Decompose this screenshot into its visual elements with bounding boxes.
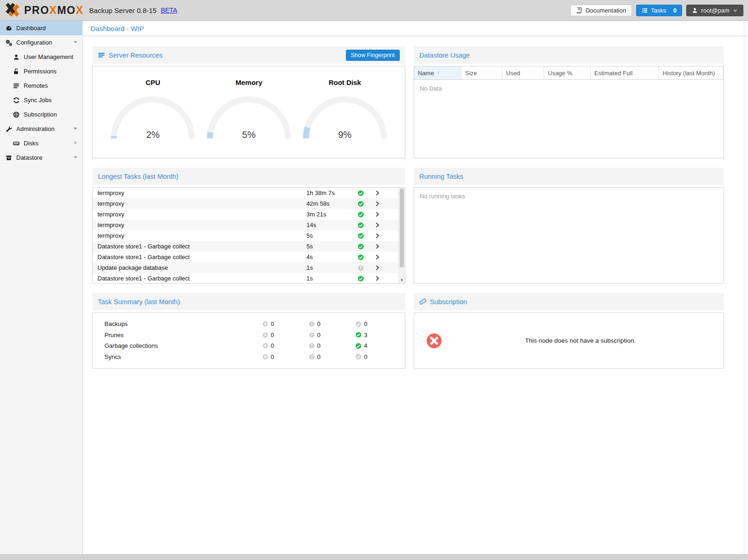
task-row[interactable]: Datastore store1 - Garbage collect 4s <box>93 252 405 262</box>
error-count-icon <box>262 332 268 338</box>
sidebar-item-sync-jobs[interactable]: Sync Jobs <box>0 93 82 107</box>
server-resources-body: CPU 2% Memory 5% Root Disk <box>92 66 405 158</box>
task-name: termproxy <box>98 211 306 218</box>
summary-row-prunes: Prunes 0 0 3 <box>93 330 405 341</box>
task-row[interactable]: termproxy 1h 38m 7s <box>93 188 405 198</box>
sidebar-item-remotes[interactable]: Remotes <box>0 78 82 93</box>
wrench-icon <box>5 126 13 132</box>
summary-label: Garbage collections <box>104 342 262 349</box>
gauge-percent-value: 2% <box>109 130 197 140</box>
documentation-button[interactable]: Documentation <box>570 5 631 16</box>
unlock-icon <box>12 68 20 75</box>
task-name: Datastore store1 - Garbage collect <box>98 275 306 282</box>
caret-down-icon <box>73 154 78 161</box>
task-row[interactable]: Datastore store1 - Garbage collect 1s <box>93 273 405 284</box>
task-name: termproxy <box>98 232 306 239</box>
sidebar-item-subscription[interactable]: Subscription <box>0 107 82 122</box>
sidebar-item-administration[interactable]: Administration <box>0 122 82 136</box>
tasks-label: Tasks <box>651 7 666 14</box>
task-name: termproxy <box>98 189 306 196</box>
bottom-strip <box>0 554 748 560</box>
open-task-chevron-icon <box>374 275 387 281</box>
column-header-estimated-full[interactable]: Estimated Full <box>591 66 659 79</box>
user-label: root@pam <box>701 7 729 14</box>
scrollbar-down-arrow[interactable]: ▼ <box>399 277 405 283</box>
sidebar-item-disks[interactable]: Disks <box>0 136 82 150</box>
error-count-icon <box>262 321 268 327</box>
running-tasks-empty-text: No running tasks <box>414 188 723 205</box>
ok-count-icon <box>355 353 362 360</box>
warning-count-icon <box>309 343 315 349</box>
task-summary-title: Task Summary (last Month) <box>98 298 180 306</box>
warning-count: 0 <box>317 332 320 339</box>
summary-label: Syncs <box>104 353 262 360</box>
summary-error-cell: 0 <box>262 332 309 339</box>
gauge-memory: Memory 5% <box>201 66 297 141</box>
user-menu-button[interactable]: root@pam <box>686 5 743 16</box>
sidebar-item-configuration[interactable]: Configuration <box>0 35 82 50</box>
beta-link[interactable]: BETA <box>161 7 177 14</box>
open-task-chevron-icon <box>374 201 387 207</box>
status-ok-icon <box>358 211 374 218</box>
user-icon <box>12 54 20 60</box>
task-list-icon <box>642 7 648 13</box>
warning-count: 0 <box>317 320 320 327</box>
sidebar-item-dashboard[interactable]: Dashboard <box>0 21 82 35</box>
column-header-name[interactable]: Name↑ <box>414 66 462 79</box>
error-count: 0 <box>271 320 274 327</box>
task-row[interactable]: termproxy 42m 58s <box>93 198 405 209</box>
summary-warning-cell: 0 <box>309 320 355 327</box>
task-row[interactable]: termproxy 3m 21s <box>93 209 405 220</box>
ok-count: 4 <box>364 342 367 349</box>
summary-ok-cell: 0 <box>355 353 402 360</box>
column-header-usage[interactable]: Usage % <box>544 66 591 79</box>
server-resources-panel: Server Resources Show Fingerprint CPU 2%… <box>92 46 405 158</box>
sidebar-item-label: Administration <box>16 125 54 132</box>
content-right-divider <box>744 21 744 554</box>
caret-down-icon <box>73 125 78 132</box>
gauge-percent-value: 5% <box>205 130 293 140</box>
server-resources-header: Server Resources Show Fingerprint <box>92 46 405 64</box>
sidebar-item-datastore[interactable]: Datastore <box>0 150 82 165</box>
datastore-icon <box>5 155 13 161</box>
running-tasks-panel: Running Tasks No running tasks <box>414 168 724 284</box>
page-title: Dashboard - WIP <box>83 21 748 36</box>
sidebar-item-user-management[interactable]: User Management <box>0 50 82 64</box>
task-duration: 1s <box>306 264 358 271</box>
scrollbar-thumb[interactable] <box>400 189 404 267</box>
summary-warning-cell: 0 <box>309 342 355 349</box>
task-summary-rows: Backups 0 0 0 Prunes 0 0 3 Garbage colle… <box>93 313 405 362</box>
open-task-chevron-icon <box>374 233 387 239</box>
longest-tasks-panel: Longest Tasks (last Month) termproxy 1h … <box>92 168 405 284</box>
longest-tasks-list: termproxy 1h 38m 7s termproxy 42m 58s te… <box>93 188 405 283</box>
remotes-icon <box>12 83 20 89</box>
column-header-used[interactable]: Used <box>502 66 544 79</box>
task-duration: 3m 21s <box>306 211 358 218</box>
task-name: Datastore store1 - Garbage collect <box>98 243 306 250</box>
task-row[interactable]: Datastore store1 - Garbage collect 5s <box>93 241 405 252</box>
gauge-label: Root Disk <box>297 78 393 86</box>
tachometer-icon <box>5 25 13 32</box>
longest-tasks-header: Longest Tasks (last Month) <box>92 168 405 185</box>
open-task-chevron-icon <box>374 222 387 228</box>
task-name: termproxy <box>98 221 306 228</box>
tasks-button[interactable]: Tasks 0 <box>636 5 682 16</box>
chevron-down-icon <box>733 8 738 13</box>
show-fingerprint-button[interactable]: Show Fingerprint <box>346 50 400 61</box>
task-row[interactable]: termproxy 14s <box>93 220 405 230</box>
task-row[interactable]: termproxy 5s <box>93 230 405 241</box>
warning-count: 0 <box>317 353 320 360</box>
ok-count-icon <box>355 321 362 327</box>
task-duration: 42m 58s <box>306 200 358 207</box>
running-tasks-body: No running tasks <box>414 187 724 284</box>
running-tasks-title: Running Tasks <box>419 173 463 180</box>
sidebar-item-permissions[interactable]: Permissions <box>0 64 82 78</box>
column-header-size[interactable]: Size <box>462 66 502 79</box>
sidebar: Dashboard Configuration User Management … <box>0 21 83 554</box>
tasks-scrollbar: ▼ <box>398 188 405 283</box>
server-resources-title: Server Resources <box>109 52 163 59</box>
status-ok-icon <box>358 233 374 239</box>
summary-ok-cell: 3 <box>355 332 402 339</box>
task-row[interactable]: Update package database 1s ? <box>93 262 405 273</box>
column-header-history-last-month[interactable]: History (last Month) <box>659 66 723 79</box>
